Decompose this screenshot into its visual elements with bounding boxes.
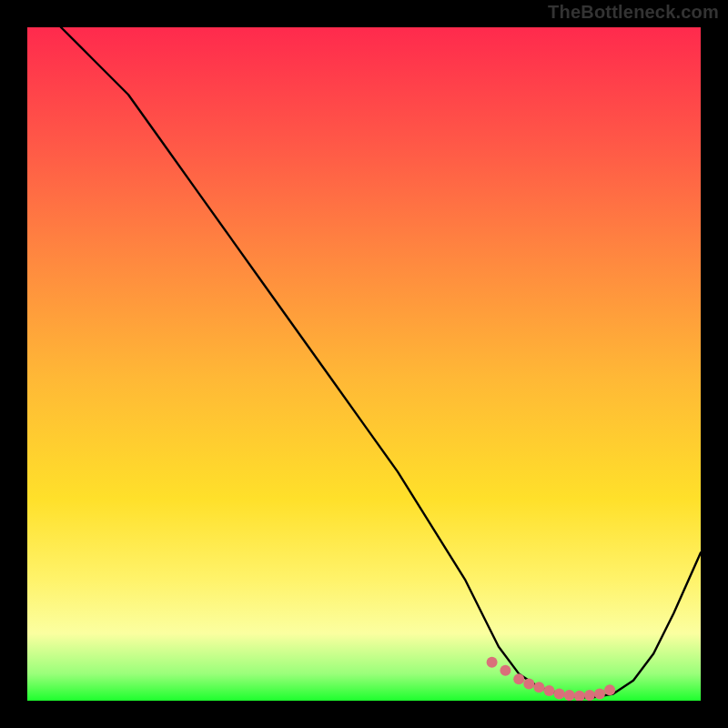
- sweet-spot-dot: [554, 689, 565, 700]
- attribution-label: TheBottleneck.com: [548, 2, 719, 23]
- sweet-spot-dot: [533, 682, 544, 693]
- sweet-spot-dot: [584, 690, 595, 701]
- sweet-spot-dot: [513, 673, 524, 684]
- sweet-spot-dot: [564, 690, 575, 701]
- sweet-spot-dot: [594, 689, 605, 700]
- plot-area: [27, 27, 701, 701]
- sweet-spot-dot: [574, 691, 585, 701]
- sweet-spot-dot: [544, 685, 555, 696]
- sweet-spot-dot: [523, 679, 534, 690]
- sweet-spot-dot: [604, 684, 615, 695]
- curve-overlay: [27, 27, 701, 701]
- bottleneck-curve: [61, 27, 701, 697]
- sweet-spot-markers: [487, 657, 616, 701]
- chart-frame: TheBottleneck.com: [0, 0, 728, 728]
- sweet-spot-dot: [487, 657, 498, 668]
- sweet-spot-dot: [500, 665, 511, 676]
